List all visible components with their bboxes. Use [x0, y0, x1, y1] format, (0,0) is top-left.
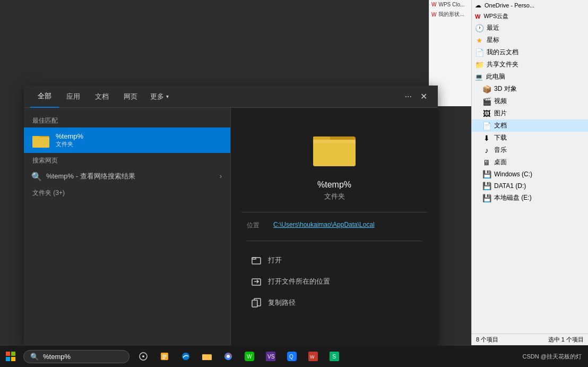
fe-3d[interactable]: 📦 3D 对象 [472, 83, 588, 95]
video-icon: 🎬 [482, 97, 491, 106]
tab-web[interactable]: 网页 [116, 86, 145, 108]
taskbar-app-files[interactable] [155, 347, 174, 366]
documents-icon: 📄 [482, 122, 491, 130]
folders-label: 文件夹 (3+) [24, 185, 230, 200]
open-icon [251, 255, 262, 266]
best-match-label: 最佳匹配 [24, 113, 230, 127]
svg-text:S: S [332, 353, 336, 360]
tab-apps[interactable]: 应用 [59, 86, 88, 108]
wps-item-2[interactable]: W 我的形状... [429, 9, 471, 20]
fe-my-cloud[interactable]: 📄 我的云文档 [472, 46, 588, 58]
taskbar-search-box[interactable]: 🔍 %temp% [23, 350, 129, 363]
svg-text:W: W [247, 354, 252, 360]
taskbar-app-wechat[interactable]: W [240, 347, 259, 366]
fe-documents[interactable]: 📄 文档 [472, 120, 588, 132]
fe-data1-d[interactable]: 💾 DATA1 (D:) [472, 180, 588, 192]
preview-divider [241, 212, 427, 212]
svg-rect-7 [330, 136, 335, 140]
desktop-icon: 🖥 [482, 158, 491, 167]
svg-rect-16 [6, 357, 10, 361]
arrow-icon: › [220, 173, 222, 180]
taskbar-app-edge[interactable] [176, 347, 195, 366]
wps-cloud-item[interactable]: W WPS云盘 [472, 11, 588, 22]
result-folder-icon [32, 132, 49, 149]
fe-starred[interactable]: ★ 星标 [472, 34, 588, 46]
svg-rect-27 [202, 355, 212, 360]
onedrive-item[interactable]: ☁ OneDrive - Perso... [472, 0, 588, 11]
wps-item-1[interactable]: W WPS Clo... [429, 0, 471, 9]
tab-ellipsis-button[interactable]: ··· [401, 86, 416, 108]
drive-e-icon: 💾 [482, 194, 491, 202]
onedrive-icon: ☁ [475, 2, 481, 9]
action-list: 打开 打开文件所在的位置 [241, 250, 427, 313]
preview-type: 文件夹 [324, 192, 345, 201]
taskbar-apps: W VS Q W S [134, 347, 344, 366]
preview-name: %temp% [317, 180, 351, 190]
left-panel: 最佳匹配 %temp% 文件夹 搜索网页 [24, 108, 231, 346]
fe-local-e[interactable]: 💾 本地磁盘 (E:) [472, 192, 588, 204]
recent-icon: 🕐 [475, 24, 483, 32]
music-icon: ♪ [482, 146, 491, 155]
svg-rect-13 [252, 300, 257, 307]
svg-text:Q: Q [289, 354, 293, 360]
svg-rect-11 [252, 279, 261, 285]
svg-rect-14 [6, 352, 10, 356]
tab-docs[interactable]: 文档 [88, 86, 116, 108]
web-search-label: 搜索网页 [24, 153, 230, 167]
taskbar-search-icon: 🔍 [30, 353, 39, 361]
task-view-button[interactable] [134, 347, 153, 366]
svg-text:VS: VS [267, 354, 275, 360]
star-icon: ★ [475, 36, 483, 45]
tab-all[interactable]: 全部 [30, 86, 59, 108]
result-text: %temp% 文件夹 [56, 132, 83, 148]
fe-windows-c[interactable]: 💾 Windows (C:) [472, 168, 588, 180]
fe-pictures[interactable]: 🖼 图片 [472, 107, 588, 120]
fe-shared[interactable]: 📁 共享文件夹 [472, 58, 588, 71]
action-open-location[interactable]: 打开文件所在的位置 [247, 271, 422, 292]
web-search-item[interactable]: 🔍 %temp% - 查看网络搜索结果 › [24, 167, 230, 185]
taskbar-app-wps[interactable]: W [304, 347, 323, 366]
svg-rect-22 [162, 356, 167, 357]
taskbar-app-chrome[interactable] [219, 347, 238, 366]
cloud-docs-icon: 📄 [475, 48, 483, 57]
tab-close-button[interactable]: ✕ [416, 86, 431, 108]
status-bar: 8 个项目 选中 1 个项目 [472, 334, 588, 345]
fe-music[interactable]: ♪ 音乐 [472, 144, 588, 156]
wps-icon: W [475, 13, 480, 20]
copy-icon [251, 297, 262, 308]
location-label: 位置 [247, 221, 268, 230]
svg-rect-17 [11, 357, 15, 361]
taskbar-tray: CSDN @挂天花板的灯 [521, 352, 588, 362]
tab-more[interactable]: 更多 ▾ [145, 92, 174, 101]
action-open[interactable]: 打开 [247, 250, 422, 271]
taskbar-app-folder[interactable] [197, 347, 217, 366]
svg-rect-9 [252, 258, 261, 264]
this-pc-item[interactable]: 💻 此电脑 [472, 71, 588, 83]
right-panel: %temp% 文件夹 位置 C:\Users\houkaimao\AppData… [231, 108, 438, 346]
meta-divider [247, 241, 422, 241]
svg-rect-10 [252, 258, 256, 259]
svg-rect-15 [11, 352, 15, 356]
location-value[interactable]: C:\Users\houkaimao\AppData\Local [273, 221, 375, 228]
drive-c-icon: 💾 [482, 170, 491, 178]
start-button[interactable] [0, 346, 21, 367]
pictures-icon: 🖼 [482, 109, 491, 118]
svg-text:W: W [310, 354, 315, 360]
result-item-temp[interactable]: %temp% 文件夹 [24, 127, 230, 153]
taskbar-app-q[interactable]: Q [282, 347, 301, 366]
search-icon: 🔍 [32, 172, 41, 181]
downloads-icon: ⬇ [482, 134, 491, 142]
svg-rect-8 [313, 140, 356, 143]
action-copy-path[interactable]: 复制路径 [247, 292, 422, 313]
taskbar-app-vs[interactable]: VS [261, 347, 280, 366]
taskbar-app-s[interactable]: S [325, 347, 344, 366]
fe-desktop[interactable]: 🖥 桌面 [472, 156, 588, 168]
fe-downloads[interactable]: ⬇ 下载 [472, 132, 588, 144]
fe-recent[interactable]: 🕐 最近 [472, 22, 588, 34]
svg-rect-21 [162, 355, 167, 356]
svg-rect-2 [32, 137, 49, 148]
fe-videos[interactable]: 🎬 视频 [472, 95, 588, 107]
svg-rect-6 [313, 140, 356, 166]
3d-icon: 📦 [482, 85, 491, 93]
svg-rect-23 [162, 358, 165, 359]
